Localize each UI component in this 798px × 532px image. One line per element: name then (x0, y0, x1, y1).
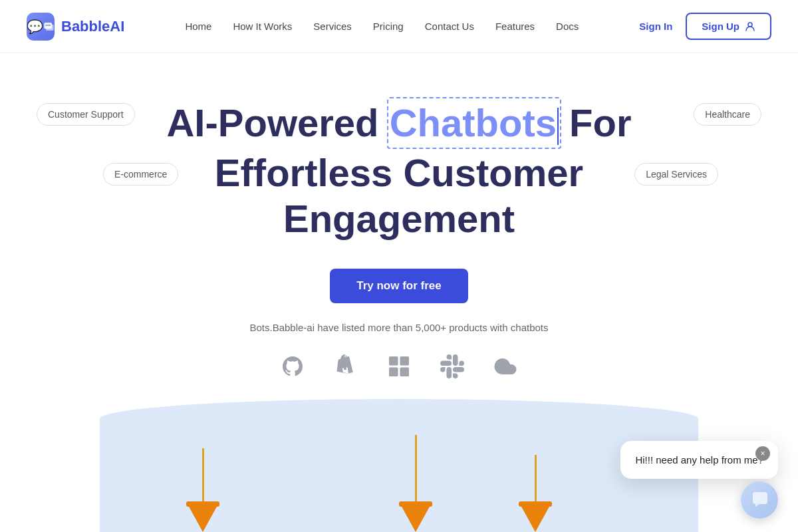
shopify-icon (331, 352, 360, 381)
svg-rect-9 (400, 367, 410, 376)
chat-fab-button[interactable] (741, 481, 778, 519)
nav-docs[interactable]: Docs (556, 21, 579, 32)
text-cursor (557, 108, 559, 145)
hero-headline: AI-Powered Chatbots For (166, 100, 631, 146)
nav-pricing[interactable]: Pricing (373, 21, 404, 32)
windows-icon (384, 352, 414, 381)
lamp-center (399, 435, 432, 532)
tag-legal-services: Legal Services (634, 163, 718, 186)
svg-rect-7 (400, 356, 410, 366)
svg-rect-8 (389, 367, 398, 376)
chat-fab-icon (750, 491, 769, 509)
hero-cta-button[interactable]: Try now for free (330, 269, 468, 303)
lamp-shade-center (401, 505, 430, 532)
nav-actions: Sign In Sign Up (639, 13, 771, 40)
lamp-left (186, 448, 219, 532)
integrations-row (278, 352, 520, 381)
hero-subtitle: Effortless Customer Engagement (166, 150, 632, 242)
github-icon (278, 352, 307, 381)
nav-links: Home How It Works Services Pricing Conta… (185, 21, 579, 32)
nav-services[interactable]: Services (313, 21, 352, 32)
lamp-right (519, 455, 552, 532)
nav-how-it-works[interactable]: How It Works (233, 21, 292, 32)
svg-point-2 (46, 25, 47, 26)
lamp-shade-left (188, 505, 217, 532)
sign-in-link[interactable]: Sign In (639, 21, 672, 32)
brand-name: BabbleAI (61, 18, 124, 35)
navbar: BabbleAI Home How It Works Services Pric… (0, 0, 798, 53)
tag-ecommerce: E-commerce (103, 163, 178, 186)
tag-healthcare: Healthcare (694, 103, 761, 126)
chat-popup: × Hi!!! need any help from me? (620, 441, 778, 479)
headline-selection-box: Chatbots (390, 100, 559, 146)
user-icon (745, 21, 755, 32)
nav-contact-us[interactable]: Contact Us (425, 21, 474, 32)
svg-point-5 (748, 23, 752, 27)
sign-up-button[interactable]: Sign Up (686, 13, 771, 40)
nav-features[interactable]: Features (495, 21, 535, 32)
lamp-cord-center (415, 435, 417, 501)
nav-home[interactable]: Home (185, 21, 211, 32)
lamp-cord-right (535, 455, 537, 501)
tag-customer-support: Customer Support (37, 103, 135, 126)
lamp-shade-right (521, 505, 550, 532)
logo[interactable]: BabbleAI (27, 13, 124, 41)
svg-point-3 (47, 25, 49, 26)
chat-popup-message: Hi!!! need any help from me? (635, 453, 763, 467)
svg-rect-6 (389, 356, 398, 366)
hero-section: Customer Support E-commerce Healthcare L… (0, 53, 798, 401)
slack-icon (438, 352, 467, 381)
chat-popup-close-button[interactable]: × (755, 446, 770, 461)
cloud-icon (491, 352, 520, 381)
logo-icon (27, 13, 55, 41)
hero-stat-text: Bots.Babble-ai have listed more than 5,0… (249, 322, 548, 333)
lamp-cord-left (202, 448, 204, 501)
svg-point-4 (49, 25, 51, 26)
